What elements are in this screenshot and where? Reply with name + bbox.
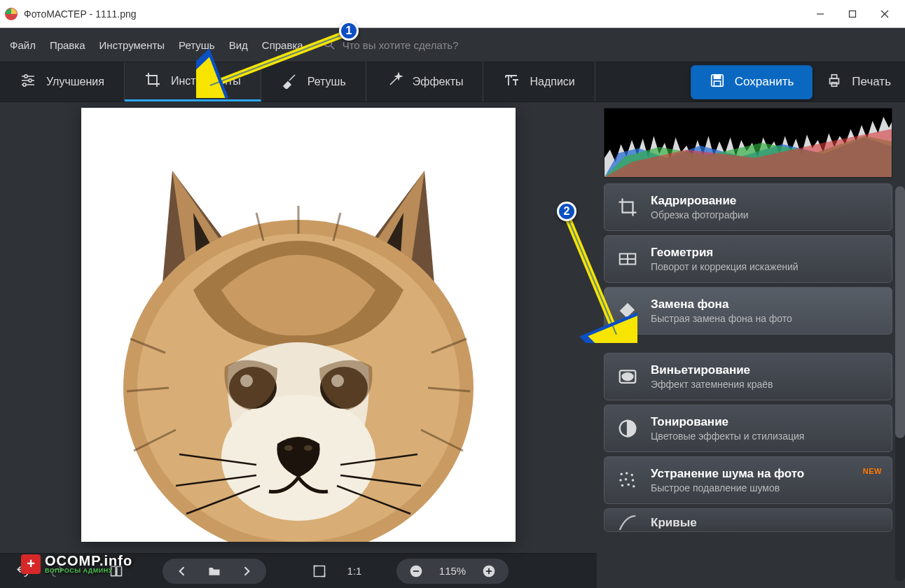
bucket-icon: [617, 300, 638, 321]
svg-point-71: [619, 479, 622, 482]
svg-point-8: [25, 75, 27, 78]
svg-point-69: [626, 472, 628, 475]
svg-point-12: [23, 83, 26, 86]
zoom-value: 115%: [436, 565, 469, 577]
tab-label: Улучшения: [46, 76, 104, 88]
window-maximize-button[interactable]: [836, 3, 869, 25]
window-titlebar: ФотоМАСТЕР - 1111.png: [0, 0, 905, 28]
watermark-plus-icon: +: [21, 554, 41, 574]
main-area: 1:1 115%: [0, 102, 905, 588]
scrollbar-track[interactable]: [895, 186, 905, 581]
tab-label: Эффекты: [413, 76, 464, 88]
save-button[interactable]: Сохранить: [691, 65, 813, 99]
svg-rect-54: [315, 566, 325, 576]
crop-icon: [617, 197, 638, 218]
curves-icon: [617, 512, 638, 532]
zoom-in-button[interactable]: [476, 559, 502, 584]
fit-screen-button[interactable]: [307, 559, 332, 584]
svg-rect-59: [488, 568, 490, 573]
menu-help[interactable]: Справка: [262, 39, 303, 51]
search-icon: [323, 38, 336, 52]
tool-vignette[interactable]: ВиньетированиеЭффект затемнения краёв: [604, 353, 892, 400]
menu-tools[interactable]: Инструменты: [99, 39, 165, 51]
tool-toning[interactable]: ТонированиеЦветовые эффекты и стилизация: [604, 405, 892, 452]
window-minimize-button[interactable]: [804, 3, 836, 25]
svg-point-35: [284, 445, 293, 451]
canvas-viewport[interactable]: [0, 102, 597, 553]
sliders-icon: [20, 72, 36, 92]
tab-label: Инструменты: [171, 75, 241, 88]
tab-label: Надписи: [530, 76, 574, 88]
svg-rect-17: [714, 80, 720, 85]
svg-rect-2: [850, 10, 856, 17]
scrollbar-thumb[interactable]: [895, 186, 905, 438]
svg-line-13: [289, 75, 295, 80]
tool-list: КадрированиеОбрезка фотографии Геометрия…: [604, 183, 905, 582]
window-title: ФотоМАСТЕР - 1111.png: [24, 8, 804, 20]
tab-label: Ретушь: [308, 76, 346, 88]
tab-tools[interactable]: Инструменты: [125, 62, 261, 102]
svg-point-66: [623, 373, 633, 380]
svg-point-10: [29, 79, 32, 82]
app-icon: [4, 7, 18, 21]
zoom-controls: 115%: [396, 559, 509, 584]
text-icon: [503, 72, 520, 92]
svg-point-75: [628, 484, 630, 486]
print-icon: [827, 73, 842, 92]
svg-point-74: [621, 484, 624, 487]
annotation-badge-1: 1: [339, 21, 359, 41]
search-input[interactable]: [343, 39, 497, 51]
svg-point-64: [632, 314, 636, 318]
save-label: Сохранить: [735, 75, 794, 89]
tool-crop[interactable]: КадрированиеОбрезка фотографии: [604, 183, 892, 231]
svg-point-76: [633, 485, 635, 488]
svg-point-72: [625, 478, 628, 481]
svg-rect-16: [714, 74, 720, 78]
watermark: + OCOMP.info ВОПРОСЫ АДМИНУ: [21, 554, 132, 574]
svg-rect-56: [413, 570, 419, 572]
menu-view[interactable]: Вид: [229, 39, 248, 51]
right-panel: КадрированиеОбрезка фотографии Геометрия…: [597, 102, 905, 588]
tool-curves[interactable]: Кривые: [604, 508, 892, 532]
geometry-icon: [617, 248, 638, 270]
tab-effects[interactable]: Эффекты: [366, 62, 484, 102]
print-label: Печать: [852, 75, 891, 89]
svg-point-68: [621, 473, 623, 476]
tool-denoise[interactable]: Устранение шума на фотоБыстрое подавлени…: [604, 456, 892, 504]
menu-edit[interactable]: Правка: [50, 39, 85, 51]
svg-point-70: [631, 474, 634, 477]
menubar: Файл Правка Инструменты Ретушь Вид Справ…: [0, 28, 905, 62]
save-icon: [710, 73, 725, 92]
app-frame: Файл Правка Инструменты Ретушь Вид Справ…: [0, 28, 905, 588]
tool-geometry[interactable]: ГеометрияПоворот и коррекция искажений: [604, 235, 892, 283]
svg-rect-19: [832, 74, 837, 78]
vignette-icon: [617, 366, 638, 387]
svg-point-36: [304, 445, 312, 451]
canvas-area: 1:1 115%: [0, 102, 597, 588]
svg-rect-20: [832, 82, 837, 86]
menu-file[interactable]: Файл: [10, 39, 36, 51]
new-badge: NEW: [863, 467, 882, 475]
annotation-badge-2: 2: [557, 202, 576, 221]
svg-line-14: [390, 76, 399, 85]
zoom-ratio-button[interactable]: 1:1: [342, 559, 367, 584]
next-file-button[interactable]: [234, 559, 259, 584]
print-button[interactable]: Печать: [827, 73, 891, 92]
open-folder-button[interactable]: [202, 559, 227, 584]
brush-icon: [281, 72, 298, 92]
tab-retouch[interactable]: Ретушь: [261, 62, 366, 102]
svg-line-6: [331, 46, 334, 49]
svg-point-5: [324, 38, 331, 46]
menu-retouch[interactable]: Ретушь: [179, 39, 215, 51]
noise-icon: [617, 470, 638, 491]
svg-point-73: [632, 479, 635, 482]
wand-icon: [386, 72, 403, 92]
crop-icon: [144, 71, 161, 91]
window-close-button[interactable]: [869, 3, 901, 25]
prev-file-button[interactable]: [170, 559, 195, 584]
histogram: [604, 108, 892, 178]
tab-text[interactable]: Надписи: [483, 62, 595, 102]
zoom-out-button[interactable]: [403, 559, 429, 584]
tab-enhance[interactable]: Улучшения: [0, 62, 125, 102]
tool-replace-bg[interactable]: Замена фонаБыстрая замена фона на фото: [604, 287, 892, 335]
